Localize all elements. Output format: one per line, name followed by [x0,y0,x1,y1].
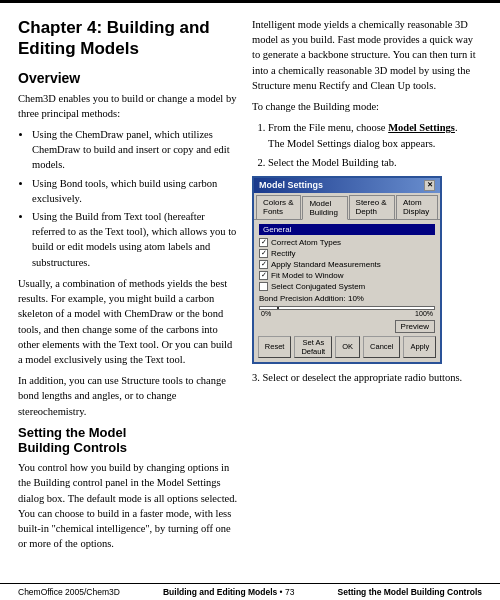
set-as-default-button[interactable]: Set As Default [294,336,332,358]
overview-para3: In addition, you can use Structure tools… [18,373,238,419]
dialog-body: General ✓ Correct Atom Types ✓ Rectify ✓… [254,220,440,362]
tab-atom-display[interactable]: Atom Display [396,195,438,219]
model-settings-dialog: Model Settings ✕ Colors & Fonts Model Bu… [252,176,442,364]
slider-track[interactable] [259,306,435,310]
preview-button[interactable]: Preview [395,320,435,333]
overview-para2: Usually, a combination of methods yields… [18,276,238,367]
footer-product: ChemOffice 2005/Chem3D [18,587,120,597]
dialog-controls: ✕ [424,180,435,191]
dialog-tab-bar: Colors & Fonts Model Building Stereo & D… [254,193,440,220]
step-3-text: 3. Select or deselect the appropriate ra… [252,370,482,385]
general-label: General [259,224,435,235]
overview-intro: Chem3D enables you to build or change a … [18,91,238,121]
setting-heading: Setting the ModelBuilding Controls [18,425,238,456]
step-1-sub: The Model Settings dialog box appears. [268,138,435,149]
cancel-button[interactable]: Cancel [363,336,400,358]
right-to-change: To change the Building mode: [252,99,482,114]
checkbox-correct-atom-types: ✓ Correct Atom Types [259,238,435,247]
checkbox-select-conjugated: Select Conjugated System [259,282,435,291]
tab-stereo-depth[interactable]: Stereo & Depth [349,195,395,219]
steps-list: From the File menu, choose Model Setting… [252,120,482,170]
footer-page: 73 [285,587,294,597]
checkbox-fit-model: ✓ Fit Model to Window [259,271,435,280]
content-area: Chapter 4: Building and Editing Models O… [0,3,500,583]
footer-bullet: • [280,587,283,597]
model-settings-link: Model Settings [388,122,455,133]
page: Chapter 4: Building and Editing Models O… [0,0,500,600]
footer-chapter: Building and Editing Models [163,587,277,597]
bullet-item-2: Using Bond tools, which build using carb… [32,176,238,206]
chapter-title: Chapter 4: Building and Editing Models [18,17,238,60]
page-footer: ChemOffice 2005/Chem3D Building and Edit… [0,583,500,600]
footer-center: Building and Editing Models • 73 [120,587,338,597]
left-column: Chapter 4: Building and Editing Models O… [18,17,238,583]
footer-section: Setting the Model Building Controls [338,587,483,597]
preview-row: Preview [259,320,435,333]
slider-row: Bond Precision Addition: 10% [259,294,435,303]
dialog-titlebar: Model Settings ✕ [254,178,440,193]
dialog-close-btn[interactable]: ✕ [424,180,435,191]
checkbox-apply-standard: ✓ Apply Standard Measurements [259,260,435,269]
right-column: Intelligent mode yields a chemically rea… [252,17,482,583]
ok-button[interactable]: OK [335,336,360,358]
step-2: Select the Model Building tab. [268,155,482,170]
slider-labels: 0% 100% [259,310,435,317]
reset-button[interactable]: Reset [258,336,292,358]
apply-button[interactable]: Apply [403,336,436,358]
step-1: From the File menu, choose Model Setting… [268,120,482,150]
setting-para1: You control how you build by changing op… [18,460,238,551]
tab-model-building[interactable]: Model Building [302,196,347,220]
overview-heading: Overview [18,70,238,86]
bullet-item-3: Using the Build from Text tool (hereafte… [32,209,238,270]
dialog-button-row: Reset Set As Default OK Cancel Apply [259,336,435,358]
bullet-item-1: Using the ChemDraw panel, which utilizes… [32,127,238,173]
dialog-title: Model Settings [259,180,323,190]
right-para1: Intelligent mode yields a chemically rea… [252,17,482,93]
tab-colors-fonts[interactable]: Colors & Fonts [256,195,301,219]
checkbox-rectify: ✓ Rectify [259,249,435,258]
bullet-list: Using the ChemDraw panel, which utilizes… [18,127,238,270]
